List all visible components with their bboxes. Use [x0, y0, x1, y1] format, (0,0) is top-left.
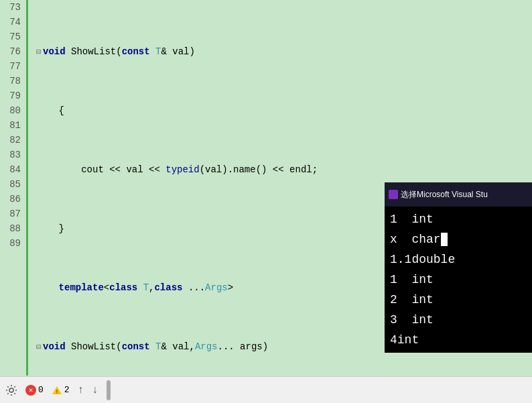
vs-icon: [389, 190, 398, 199]
line-num-73: 73: [3, 0, 21, 15]
line-num-83: 83: [3, 148, 21, 162]
error-icon: ✕: [25, 385, 36, 396]
line-num-80: 80: [3, 103, 21, 118]
console-line-7: 4int: [390, 330, 527, 350]
settings-icon: [5, 384, 17, 396]
line-numbers: 73 74 75 76 77 78 79 80 81 82 83 84 85 8…: [0, 0, 28, 376]
arrow-up-button[interactable]: ↑: [78, 384, 84, 396]
console-titlebar: 选择Microsoft Visual Stu: [385, 182, 532, 207]
line-num-78: 78: [3, 74, 21, 89]
error-status[interactable]: ✕ 0: [25, 385, 44, 396]
svg-point-0: [9, 388, 13, 392]
scroll-indicator[interactable]: [107, 380, 111, 400]
warning-icon: !: [52, 386, 62, 395]
cursor: [441, 233, 448, 246]
code-line-75: cout << val << typeid(val).name() << end…: [36, 162, 532, 177]
console-body: 1 int x char 1.1double 1 int 2 int 3 int…: [385, 207, 532, 353]
code-line-74: {: [36, 103, 532, 118]
console-line-4: 1 int: [390, 270, 527, 290]
error-count: 0: [38, 385, 44, 395]
console-window: 选择Microsoft Visual Stu 1 int x char 1.1d…: [385, 182, 532, 353]
svg-text:!: !: [55, 389, 58, 395]
line-num-84: 84: [3, 162, 21, 177]
settings-icon-area[interactable]: [5, 384, 17, 396]
collapse-73: ⊟: [36, 45, 43, 60]
line-num-87: 87: [3, 207, 21, 221]
line-num-76: 76: [3, 44, 21, 59]
line-num-82: 82: [3, 133, 21, 148]
collapse-78: ⊟: [36, 340, 43, 355]
warning-status[interactable]: ! 2: [52, 385, 70, 396]
console-line-3: 1.1double: [390, 249, 527, 270]
line-num-75: 75: [3, 30, 21, 44]
line-num-88: 88: [3, 221, 21, 236]
line-num-77: 77: [3, 59, 21, 74]
console-line-1: 1 int: [390, 209, 527, 229]
console-title: 选择Microsoft Visual Stu: [401, 184, 488, 205]
status-bar: ✕ 0 ! 2 ↑ ↓: [0, 376, 532, 403]
line-num-81: 81: [3, 118, 21, 133]
line-num-85: 85: [3, 177, 21, 192]
editor-area: 73 74 75 76 77 78 79 80 81 82 83 84 85 8…: [0, 0, 532, 376]
console-line-5: 2 int: [390, 290, 527, 310]
line-num-89: 89: [3, 236, 21, 251]
line-num-86: 86: [3, 192, 21, 207]
arrow-down-button[interactable]: ↓: [92, 384, 98, 396]
line-num-74: 74: [3, 15, 21, 30]
warning-count: 2: [64, 385, 70, 395]
console-line-2: x char: [390, 229, 527, 249]
line-num-79: 79: [3, 89, 21, 103]
console-line-6: 3 int: [390, 310, 527, 330]
code-line-73: ⊟void ShowList(const T& val): [36, 44, 532, 59]
